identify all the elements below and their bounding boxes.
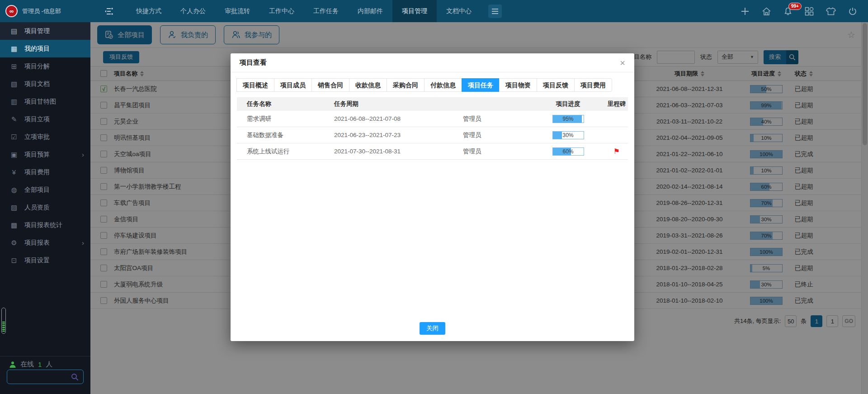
power-logout-icon[interactable] [848,7,857,16]
folder-settings-icon: ⊡ [9,256,19,265]
my-projects-icon: ▦ [9,45,19,53]
sidebar-item[interactable]: ▤ 项目管理 › [0,22,90,40]
task-table-body: 需求调研 2021-06-08--2021-07-08 管理员 95% ⚑ 基础… [237,111,628,160]
sidebar-item-label: 项目甘特图 [24,98,56,106]
sidebar: ▤ 项目管理 › ▦ 我的项目 › ⊞ 项目分解 › ▧ 项目文档 › ▥ 项目… [0,22,90,394]
report-stats-icon: ▩ [9,221,19,229]
expense-yen-icon: ¥ [9,168,19,176]
modal-tab[interactable]: 项目成员 [274,78,312,92]
task-name-cell: 基础数据准备 [237,131,334,139]
sidebar-item[interactable]: ▩ 项目报表统计 › [0,216,90,234]
nav-item[interactable]: 内部邮件 [348,0,392,22]
task-row: 基础数据准备 2021-06-23--2021-07-23 管理员 30% ⚑ [237,127,628,143]
sidebar-item[interactable]: ⚙ 项目报表 › [0,234,90,252]
home-icon[interactable] [762,7,771,16]
modal-header: 项目查看 × [231,53,634,72]
budget-icon: ▣ [9,151,19,159]
app-logo-icon: ∞ [5,5,18,17]
sidebar-item-label: 项目管理 [24,27,50,35]
online-search-input[interactable] [7,370,84,384]
task-progress-bar: 60% [552,147,584,156]
add-icon[interactable] [741,7,750,16]
nav-item[interactable]: 个人办公 [171,0,215,22]
task-progress-label: 60% [553,148,584,155]
task-progress-label: 30% [553,132,584,139]
modal-tab[interactable]: 付款信息 [424,78,462,92]
scroll-indicator[interactable] [1,308,6,334]
search-icon[interactable] [71,373,79,381]
sidebar-item-label: 项目报表 [24,239,50,247]
sidebar-item[interactable]: ¥ 项目费用 › [0,163,90,181]
notifications-bell-icon[interactable]: 99+ [783,7,793,16]
sidebar-item[interactable]: ⊞ 项目分解 › [0,57,90,75]
nav-more-button[interactable] [488,5,502,18]
sidebar-item[interactable]: ⊡ 项目设置 › [0,252,90,269]
modal-tab[interactable]: 采购合同 [387,78,425,92]
document-icon: ▧ [9,80,19,88]
pencil-icon: ✎ [9,115,19,123]
nav-item[interactable]: 文档中心 [437,0,481,22]
approval-check-icon: ☑ [9,133,19,141]
task-name-cell: 系统上线试运行 [237,147,334,156]
project-view-modal: 项目查看 × 项目概述项目成员销售合同收款信息采购合同付款信息项目任务项目物资项… [231,53,634,341]
task-table-header: 任务名称 任务周期 项目进度 里程碑 [237,97,628,111]
sidebar-item-label: 项目费用 [24,168,50,176]
sidebar-item-label: 项目设置 [24,256,50,265]
task-period-cell: 2021-06-23--2021-07-23 [334,132,463,138]
header-task-name: 任务名称 [237,100,334,108]
sidebar-collapse-icon[interactable] [104,7,114,15]
nav-item[interactable]: 项目管理 [392,0,437,22]
qualification-chart-icon: ▨ [9,204,19,212]
nav-item[interactable]: 快捷方式 [127,0,171,22]
sidebar-item-label: 项目报表统计 [24,221,62,229]
theme-shirt-icon[interactable] [826,7,836,16]
sidebar-item-label: 立项审批 [24,133,50,141]
close-icon[interactable]: × [620,58,625,67]
online-status: 在线1人 [9,360,52,369]
task-owner-cell: 管理员 [463,115,531,123]
modal-tab[interactable]: 项目费用 [574,78,612,92]
topbar: ∞ 管理员 -信息部 快捷方式个人办公审批流转工作中心工作任务内部邮件项目管理文… [0,0,868,22]
modal-footer: 关闭 [231,318,634,341]
sidebar-menu: ▤ 项目管理 › ▦ 我的项目 › ⊞ 项目分解 › ▧ 项目文档 › ▥ 项目… [0,22,90,269]
modal-tabs: 项目概述项目成员销售合同收款信息采购合同付款信息项目任务项目物资项目反馈项目费用 [237,78,612,92]
modal-tab[interactable]: 收款信息 [349,78,387,92]
sidebar-item[interactable]: ▦ 我的项目 › [0,40,90,57]
person-icon [9,361,16,368]
sidebar-item[interactable]: ☑ 立项审批 › [0,128,90,146]
sidebar-item[interactable]: ◍ 全部项目 › [0,181,90,199]
header-task-progress: 项目进度 [531,100,605,108]
task-name-cell: 需求调研 [237,115,334,123]
modal-tab[interactable]: 销售合同 [311,78,349,92]
apps-grid-icon[interactable] [805,7,814,16]
nav-item[interactable]: 工作任务 [304,0,348,22]
modal-tab[interactable]: 项目反馈 [537,78,575,92]
globe-icon: ◍ [9,186,19,194]
sidebar-item-label: 人员资质 [24,204,50,212]
notebook-icon: ▤ [9,27,19,35]
modal-tab[interactable]: 项目任务 [462,78,500,92]
milestone-flag-icon: ⚑ [613,148,620,155]
modal-tab[interactable]: 项目物资 [499,78,537,92]
modal-close-button[interactable]: 关闭 [420,322,445,335]
task-period-cell: 2021-07-30--2021-08-31 [334,148,463,155]
gear-icon: ⚙ [9,239,19,247]
task-row: 系统上线试运行 2021-07-30--2021-08-31 管理员 60% ⚑ [237,143,628,160]
sidebar-item-label: 我的项目 [24,45,50,53]
gantt-chart-icon: ▥ [9,98,19,106]
online-count: 1 [38,361,42,368]
scroll-indicator-stripes [2,322,5,332]
sidebar-item-label: 全部项目 [24,186,50,194]
sidebar-item[interactable]: ▥ 项目甘特图 › [0,93,90,110]
nav-item[interactable]: 审批流转 [215,0,259,22]
sidebar-item[interactable]: ▧ 项目文档 › [0,75,90,93]
sidebar-item[interactable]: ▣ 项目预算 › [0,146,90,163]
modal-tab[interactable]: 项目概述 [236,78,274,92]
sidebar-item[interactable]: ✎ 项目立项 › [0,110,90,128]
online-label: 在线 [20,360,34,369]
sitemap-icon: ⊞ [9,62,19,71]
task-table: 任务名称 任务周期 项目进度 里程碑 需求调研 2021-06-08--2021… [237,97,628,160]
sidebar-item[interactable]: ▨ 人员资质 › [0,199,90,216]
nav-item[interactable]: 工作中心 [259,0,304,22]
sidebar-item-label: 项目文档 [24,80,50,88]
